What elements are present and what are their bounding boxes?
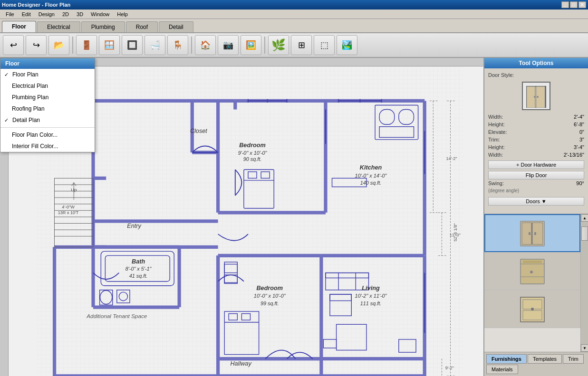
dropdown-floor-plan-color[interactable]: Floor Plan Color... xyxy=(0,129,95,141)
menu-bar: File Edit Design 2D 3D Window Help xyxy=(0,9,588,19)
tab-detail[interactable]: Detail xyxy=(159,21,193,32)
trim-row: Trim: 3" xyxy=(488,137,584,142)
door-thumb-2[interactable] xyxy=(484,252,580,290)
svg-text:Bedroom: Bedroom xyxy=(239,142,266,149)
toolbar-redo[interactable]: ↪ xyxy=(26,35,47,55)
swing-label: Swing: xyxy=(488,180,576,186)
svg-point-150 xyxy=(531,308,534,310)
svg-text:Kitchen: Kitchen xyxy=(360,164,382,171)
dropdown-roofing-plan[interactable]: Roofing Plan xyxy=(0,103,95,114)
door-style-preview[interactable] xyxy=(522,82,550,110)
svg-text:Living: Living xyxy=(362,285,380,291)
toolbar-stairs[interactable]: 🔲 xyxy=(122,35,143,55)
menu-window[interactable]: Window xyxy=(87,10,113,18)
elevate-row: Elevate: 0" xyxy=(488,129,584,135)
minimize-btn[interactable]: _ xyxy=(561,1,569,8)
toolbar-camera[interactable]: 📷 xyxy=(218,35,239,55)
detail-plan-label: Detail Plan xyxy=(12,117,40,123)
width-value: 2'-4" xyxy=(574,114,584,120)
tab-roof[interactable]: Roof xyxy=(126,21,158,32)
menu-help[interactable]: Help xyxy=(113,10,132,18)
dropdown-electrical-plan[interactable]: Electrical Plan xyxy=(0,80,95,92)
scroll-thumb[interactable] xyxy=(581,226,588,241)
toolbar-3d-view[interactable]: ⬚ xyxy=(314,35,335,55)
maximize-btn[interactable]: □ xyxy=(570,1,578,8)
menu-2d[interactable]: 2D xyxy=(58,10,73,18)
roofing-plan-label: Roofing Plan xyxy=(12,105,45,112)
dropdown-interior-fill[interactable]: Interior Fill Color... xyxy=(0,141,95,152)
degree-row: (degree angle) xyxy=(488,188,584,193)
toolbar-furniture[interactable]: 🪑 xyxy=(167,35,188,55)
electrical-plan-label: Electrical Plan xyxy=(12,83,48,89)
svg-text:140 sq.ft.: 140 sq.ft. xyxy=(360,180,382,186)
scroll-up-btn[interactable]: ▲ xyxy=(581,214,588,222)
title-bar: Home Designer - Floor Plan _ □ ✕ xyxy=(0,0,588,9)
svg-text:Entry: Entry xyxy=(127,223,141,229)
door-style-label: Door Style: xyxy=(488,72,584,78)
bottom-tab-furnishings[interactable]: Furnishings xyxy=(486,354,527,364)
toolbar: ↩ ↪ 📂 🚪 🪟 🔲 🛁 🪑 🏠 📷 🖼️ 🌿 ⊞ ⬚ 🏞️ xyxy=(0,33,588,58)
door-hardware-btn[interactable]: + Door Hardware xyxy=(488,160,584,169)
scroll-down-btn[interactable]: ▼ xyxy=(581,344,588,352)
doors-dropdown-btn[interactable]: Doors ▼ xyxy=(488,197,584,206)
floor-dropdown-menu: Floor Floor Plan Electrical Plan Plumbin… xyxy=(0,58,95,152)
svg-point-135 xyxy=(537,96,539,98)
toolbar-open[interactable]: 📂 xyxy=(48,35,69,55)
svg-text:9'-0" x 10'-0": 9'-0" x 10'-0" xyxy=(238,150,268,156)
swing-value: 90° xyxy=(576,180,584,186)
toolbar-bath[interactable]: 🛁 xyxy=(145,35,165,55)
width-row: Width: 2'-4" xyxy=(488,114,584,120)
toolbar-photo-view[interactable]: 🏞️ xyxy=(337,35,357,55)
toolbar-door[interactable]: 🚪 xyxy=(76,35,97,55)
dropdown-floor-plan[interactable]: Floor Plan xyxy=(0,69,95,80)
tab-plumbing[interactable]: Plumbing xyxy=(81,21,125,32)
dropdown-detail-plan[interactable]: Detail Plan xyxy=(0,114,95,126)
svg-text:Up: Up xyxy=(71,187,77,192)
svg-text:41 sq.ft.: 41 sq.ft. xyxy=(129,273,148,279)
svg-text:14'-2": 14'-2" xyxy=(446,156,457,161)
toolbar-sep1 xyxy=(72,37,73,54)
thumbnail-scrollbar[interactable]: ▲ ▼ xyxy=(580,214,588,352)
canvas-area[interactable]: /* ruler ticks rendered inline */ xyxy=(0,58,483,376)
menu-edit[interactable]: Edit xyxy=(18,10,35,18)
door-thumb-3[interactable] xyxy=(484,290,580,328)
door-style-row: Door Style: xyxy=(488,72,584,78)
door-thumb-1[interactable] xyxy=(484,214,580,252)
tab-electrical[interactable]: Electrical xyxy=(37,21,80,32)
svg-point-146 xyxy=(530,271,533,273)
toolbar-view3d[interactable]: 🖼️ xyxy=(241,35,261,55)
menu-file[interactable]: File xyxy=(2,10,18,18)
svg-text:Closet: Closet xyxy=(190,128,207,134)
tool-options-content: Door Style: Width: 2'-4" xyxy=(484,68,588,214)
toolbar-roof-item[interactable]: 🏠 xyxy=(195,35,216,55)
svg-text:Additional Tenant Space: Additional Tenant Space xyxy=(86,313,147,319)
svg-text:8'-0" x 5'-1": 8'-0" x 5'-1" xyxy=(125,266,152,272)
flip-door-btn[interactable]: Flip Door xyxy=(488,171,584,179)
menu-3d[interactable]: 3D xyxy=(73,10,87,18)
door-thumbnail-list: ▲ ▼ xyxy=(484,214,588,352)
tab-floor[interactable]: Floor xyxy=(2,21,36,32)
height2-value: 3'-4" xyxy=(574,144,584,150)
bottom-tab-trim[interactable]: Trim xyxy=(563,354,584,364)
width-label: Width: xyxy=(488,114,574,120)
close-btn[interactable]: ✕ xyxy=(578,1,586,8)
right-bottom-tabs: Furnishings Templates Trim Materials xyxy=(484,352,588,376)
svg-text:13R x 10'T: 13R x 10'T xyxy=(58,210,79,215)
svg-point-134 xyxy=(534,96,536,98)
toolbar-window[interactable]: 🪟 xyxy=(99,35,120,55)
dropdown-header: Floor xyxy=(0,58,95,69)
svg-rect-145 xyxy=(523,261,542,263)
toolbar-green-btn[interactable]: 🌿 xyxy=(268,35,289,55)
toolbar-undo[interactable]: ↩ xyxy=(3,35,24,55)
height2-label: Height: xyxy=(488,144,574,150)
menu-design[interactable]: Design xyxy=(35,10,58,18)
svg-text:Bedroom: Bedroom xyxy=(256,285,283,291)
svg-rect-140 xyxy=(529,232,530,235)
floor-plan-label: Floor Plan xyxy=(12,71,39,78)
toolbar-floorplan-view[interactable]: ⊞ xyxy=(291,35,312,55)
dropdown-plumbing-plan[interactable]: Plumbing Plan xyxy=(0,92,95,103)
svg-text:111 sq.ft.: 111 sq.ft. xyxy=(360,301,382,306)
svg-text:4'-0"W: 4'-0"W xyxy=(62,205,75,209)
bottom-tab-templates[interactable]: Templates xyxy=(528,354,562,364)
bottom-tab-materials[interactable]: Materials xyxy=(486,365,518,374)
